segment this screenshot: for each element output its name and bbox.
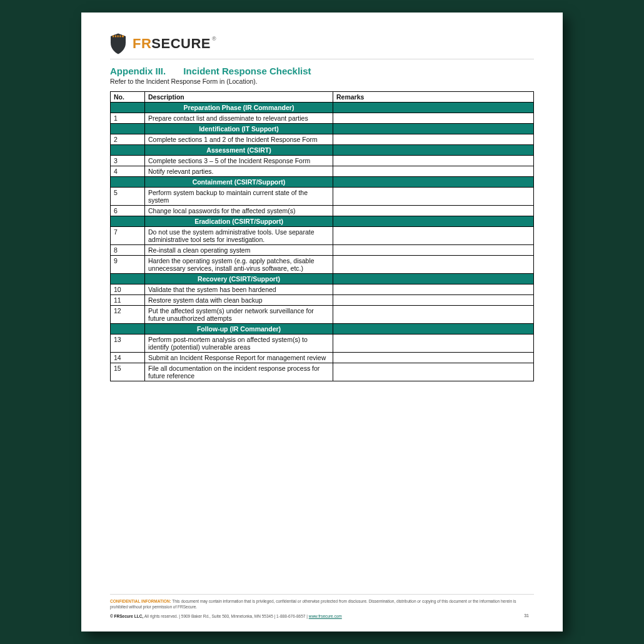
table-row: 15File all documentation on the incident…: [111, 363, 534, 381]
table-header-row: No. Description Remarks: [111, 92, 534, 103]
table-row: 5Perform system backup to maintain curre…: [111, 188, 534, 206]
page-footer: CONFIDENTIAL INFORMATION: This document …: [110, 591, 534, 619]
section-blank-no: [111, 324, 145, 335]
section-label: Recovery (CSIRT/Support): [145, 274, 333, 284]
section-row: Preparation Phase (IR Commander): [111, 103, 534, 113]
cell-rem: [333, 295, 534, 306]
section-label: Assessment (CSIRT): [145, 145, 333, 156]
cell-desc: Prepare contact list and disseminate to …: [145, 113, 333, 124]
cell-no: 8: [111, 245, 145, 256]
header-desc: Description: [145, 92, 333, 103]
shield-icon: [109, 33, 128, 55]
cell-no: 15: [111, 363, 145, 381]
checklist-table: No. Description Remarks Preparation Phas…: [110, 91, 534, 381]
cell-no: 2: [111, 134, 145, 145]
cell-rem: [333, 156, 534, 166]
svg-rect-2: [116, 35, 118, 38]
copyright-line: © FRSecure LLC, All rights reserved. | 5…: [110, 613, 534, 619]
table-row: 10Validate that the system has been hard…: [111, 284, 534, 295]
svg-rect-4: [121, 35, 123, 38]
page-number: 31: [524, 613, 529, 619]
table-row: 12Put the affected system(s) under netwo…: [111, 306, 534, 324]
cell-rem: [333, 166, 534, 177]
header-rem: Remarks: [333, 92, 534, 103]
cell-rem: [333, 113, 534, 124]
section-blank-rem: [333, 274, 534, 284]
cell-no: 14: [111, 353, 145, 363]
cell-desc: Complete sections 1 and 2 of the Inciden…: [145, 134, 333, 145]
cell-no: 11: [111, 295, 145, 306]
cell-no: 4: [111, 166, 145, 177]
confidential-label: CONFIDENTIAL INFORMATION:: [110, 599, 171, 603]
cell-desc: Validate that the system has been harden…: [145, 284, 333, 295]
cell-rem: [333, 353, 534, 363]
cell-no: 9: [111, 256, 145, 274]
brand-fr: FR: [133, 36, 151, 51]
cell-rem: [333, 188, 534, 206]
table-row: 7Do not use the system administrative to…: [111, 227, 534, 245]
cell-desc: Harden the operating system (e.g. apply …: [145, 256, 333, 274]
cell-desc: Perform system backup to maintain curren…: [145, 188, 333, 206]
confidential-text: This document may contain information th…: [110, 599, 516, 609]
cell-rem: [333, 284, 534, 295]
cell-no: 12: [111, 306, 145, 324]
section-blank-no: [111, 274, 145, 284]
cell-no: 10: [111, 284, 145, 295]
cell-no: 5: [111, 188, 145, 206]
section-label: Follow-up (IR Commander): [145, 324, 333, 335]
cell-desc: Restore system data with clean backup: [145, 295, 333, 306]
section-blank-no: [111, 216, 145, 227]
cell-no: 6: [111, 206, 145, 216]
section-row: Assessment (CSIRT): [111, 145, 534, 156]
cell-rem: [333, 227, 534, 245]
cell-desc: Put the affected system(s) under network…: [145, 306, 333, 324]
cell-no: 1: [111, 113, 145, 124]
cell-desc: Do not use the system administrative too…: [145, 227, 333, 245]
section-label: Containment (CSIRT/Support): [145, 177, 333, 188]
brand-logo: FRSECURE®: [109, 33, 534, 55]
appendix-label: Appendix III.: [110, 66, 166, 76]
svg-rect-3: [119, 35, 120, 38]
section-row: Follow-up (IR Commander): [111, 324, 534, 335]
cell-rem: [333, 335, 534, 353]
header-divider: [110, 59, 534, 59]
cell-desc: Change local passwords for the affected …: [145, 206, 333, 216]
section-label: Eradication (CSIRT/Support): [145, 216, 333, 227]
cell-desc: Perform post-mortem analysis on affected…: [145, 335, 333, 353]
brand-text: FRSECURE®: [133, 36, 216, 52]
table-row: 3Complete sections 3 – 5 of the Incident…: [111, 156, 534, 166]
table-row: 13Perform post-mortem analysis on affect…: [111, 335, 534, 353]
brand-secure: SECURE: [151, 36, 211, 51]
copyright-text: © FRSecure LLC,: [110, 614, 143, 618]
table-row: 4Notify relevant parties.: [111, 166, 534, 177]
cell-rem: [333, 306, 534, 324]
title-name: Incident Response Checklist: [183, 66, 311, 76]
page-title: Appendix III. Incident Response Checklis…: [110, 66, 534, 76]
header-no: No.: [111, 92, 145, 103]
section-blank-rem: [333, 145, 534, 156]
section-row: Eradication (CSIRT/Support): [111, 216, 534, 227]
section-blank-rem: [333, 124, 534, 134]
website-link[interactable]: www.frsecure.com: [309, 614, 342, 618]
section-blank-no: [111, 124, 145, 134]
section-blank-rem: [333, 177, 534, 188]
cell-desc: Notify relevant parties.: [145, 166, 333, 177]
cell-desc: Submit an Incident Response Report for m…: [145, 353, 333, 363]
cell-no: 13: [111, 335, 145, 353]
cell-no: 3: [111, 156, 145, 166]
section-blank-no: [111, 177, 145, 188]
cell-rem: [333, 256, 534, 274]
rights-text: All rights reserved. | 5909 Baker Rd., S…: [143, 614, 309, 618]
cell-desc: Re-install a clean operating system: [145, 245, 333, 256]
cell-rem: [333, 206, 534, 216]
section-blank-no: [111, 103, 145, 113]
section-blank-rem: [333, 216, 534, 227]
section-blank-rem: [333, 324, 534, 335]
table-row: 8Re-install a clean operating system: [111, 245, 534, 256]
section-row: Identification (IT Support): [111, 124, 534, 134]
cell-rem: [333, 245, 534, 256]
cell-desc: Complete sections 3 – 5 of the Incident …: [145, 156, 333, 166]
table-row: 11Restore system data with clean backup: [111, 295, 534, 306]
table-row: 14Submit an Incident Response Report for…: [111, 353, 534, 363]
page-subtitle: Refer to the Incident Response Form in (…: [110, 78, 534, 85]
